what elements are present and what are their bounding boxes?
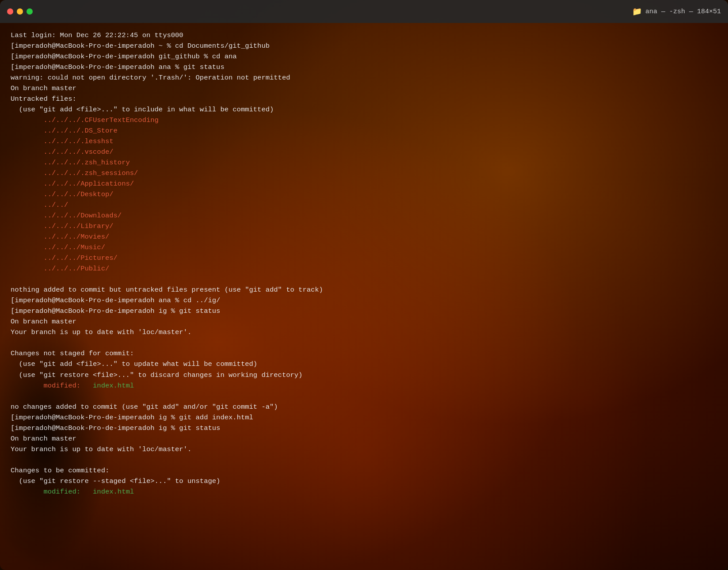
terminal-line: ../../../Downloads/ [11,210,717,221]
terminal-line [11,391,717,402]
terminal-line: ../../../.vscode/ [11,147,717,157]
terminal-line: [imperadoh@MacBook-Pro-de-imperadoh ana … [11,62,717,72]
terminal-line: ../../../Music/ [11,242,717,253]
terminal-line: Changes to be committed: [11,465,717,476]
terminal-line: Your branch is up to date with 'loc/mast… [11,327,717,338]
terminal-line: Changes not staged for commit: [11,348,717,359]
terminal-line: [imperadoh@MacBook-Pro-de-imperadoh ig %… [11,423,717,433]
terminal-line: [imperadoh@MacBook-Pro-de-imperadoh ana … [11,295,717,306]
terminal-line: ../../ [11,200,717,210]
terminal-line: ../../../.zsh_history [11,157,717,168]
terminal-line: Your branch is up to date with 'loc/mast… [11,444,717,455]
terminal-window: 📁 ana — -zsh — 184×51 Last login: Mon De… [0,0,728,570]
terminal-line: ../../../.DS_Store [11,125,717,136]
terminal-line: ../../../Applications/ [11,179,717,189]
terminal-line: ../../../.CFUserTextEncoding [11,115,717,125]
terminal-line: modified: index.html [11,380,717,391]
terminal-line: ../../../.zsh_sessions/ [11,168,717,179]
terminal-line: On branch master [11,83,717,94]
terminal-line: nothing added to commit but untracked fi… [11,285,717,295]
terminal-content[interactable]: Last login: Mon Dec 26 22:22:45 on ttys0… [0,23,728,570]
maximize-button[interactable] [27,8,33,15]
terminal-line: ../../../Public/ [11,263,717,274]
terminal-line: (use "git add <file>..." to update what … [11,359,717,369]
terminal-line [11,338,717,348]
terminal-line: ../../../.lesshst [11,136,717,147]
minimize-button[interactable] [17,8,23,15]
terminal-line: [imperadoh@MacBook-Pro-de-imperadoh git_… [11,51,717,62]
terminal-line: Untracked files: [11,94,717,104]
terminal-line: ../../../Movies/ [11,232,717,242]
traffic-lights [7,8,33,15]
terminal-line: (use "git add <file>..." to include in w… [11,104,717,115]
terminal-line: ../../../Library/ [11,221,717,232]
title-bar: 📁 ana — -zsh — 184×51 [0,0,728,23]
terminal-line: [imperadoh@MacBook-Pro-de-imperadoh ig %… [11,306,717,316]
title-text: ana — -zsh — 184×51 [645,8,721,15]
terminal-line: Last login: Mon Dec 26 22:22:45 on ttys0… [11,30,717,41]
terminal-line: no changes added to commit (use "git add… [11,402,717,412]
terminal-line: [imperadoh@MacBook-Pro-de-imperadoh ~ % … [11,41,717,51]
terminal-line: ../../../Pictures/ [11,253,717,263]
close-button[interactable] [7,8,13,15]
folder-icon: 📁 [632,7,642,16]
terminal-line [11,455,717,465]
terminal-line [11,274,717,285]
terminal-line: On branch master [11,433,717,444]
terminal-line: (use "git restore <file>..." to discard … [11,370,717,380]
window-title: 📁 ana — -zsh — 184×51 [33,7,721,16]
terminal-line: (use "git restore --staged <file>..." to… [11,476,717,486]
terminal-line: modified: index.html [11,486,717,497]
terminal-line: [imperadoh@MacBook-Pro-de-imperadoh ig %… [11,412,717,423]
terminal-line: warning: could not open directory '.Tras… [11,72,717,83]
terminal-line: ../../../Desktop/ [11,189,717,200]
terminal-line: On branch master [11,316,717,327]
